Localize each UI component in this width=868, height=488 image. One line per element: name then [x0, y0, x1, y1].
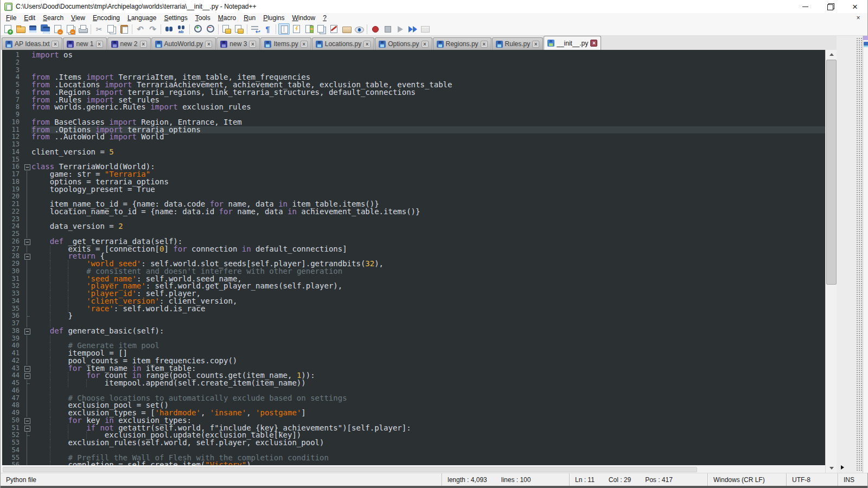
tab-options-py[interactable]: Options.py — [375, 37, 432, 50]
code-line-2[interactable]: 2 — [2, 59, 825, 67]
code-text[interactable]: 'race': self.world.is_race — [31, 305, 825, 313]
code-line-22[interactable]: 22 location_name_to_id = {name: data.id … — [2, 208, 825, 216]
menu-item-view[interactable]: View — [67, 14, 89, 22]
tab-close-icon[interactable] — [52, 41, 59, 48]
splitter-arrow-icon[interactable] — [841, 465, 844, 470]
tab-close-icon[interactable] — [532, 41, 539, 48]
code-line-38[interactable]: 38 def generate_basic(self): — [2, 328, 825, 335]
macro-run-multiple-icon[interactable] — [407, 23, 418, 35]
code-line-35[interactable]: 35 'race': self.world.is_race — [2, 305, 825, 313]
macro-save-icon[interactable] — [419, 23, 431, 35]
menu-item-edit[interactable]: Edit — [20, 14, 39, 22]
tab-init-py[interactable]: __init__.py — [544, 36, 601, 50]
tab-close-icon[interactable] — [422, 41, 429, 48]
function-list-icon[interactable] — [291, 23, 302, 35]
menu-item-window[interactable]: Window — [289, 14, 320, 22]
code-line-19[interactable]: 19 topology_present = True — [2, 186, 825, 194]
scroll-down-icon[interactable] — [826, 464, 837, 473]
close-icon[interactable] — [52, 23, 63, 35]
open-icon[interactable] — [15, 23, 26, 35]
menu-item-tools[interactable]: Tools — [192, 14, 214, 22]
menu-item-search[interactable]: Search — [39, 14, 67, 22]
code-line-24[interactable]: 24 data_version = 2 — [2, 223, 825, 230]
menu-item-?[interactable]: ? — [319, 14, 330, 22]
code-text[interactable]: # Generate item pool — [31, 342, 825, 350]
menu-item-run[interactable]: Run — [240, 14, 259, 22]
fold-collapse-icon[interactable] — [23, 425, 31, 432]
replace-icon[interactable] — [176, 23, 187, 35]
paste-icon[interactable] — [118, 23, 130, 35]
document-map-icon[interactable] — [303, 23, 315, 35]
horizontal-scrollbar-thumb[interactable] — [3, 467, 697, 472]
fold-collapse-icon[interactable] — [23, 417, 31, 425]
code-text[interactable]: class TerrariaWorld(World): — [31, 163, 825, 171]
code-editor[interactable]: 1import os234from .Items import Terraria… — [2, 50, 825, 465]
menu-item-plugins[interactable]: Plugins — [259, 14, 288, 22]
tab-locations-py[interactable]: Locations.py — [312, 37, 374, 50]
macro-play-icon[interactable] — [394, 23, 406, 35]
code-text[interactable]: def generate_basic(self): — [31, 328, 825, 335]
menu-item-macro[interactable]: Macro — [214, 14, 240, 22]
menu-item-language[interactable]: Language — [124, 14, 160, 22]
code-text[interactable]: } — [31, 312, 825, 320]
find-icon[interactable] — [163, 23, 175, 35]
panel-splitter-grip[interactable] — [856, 37, 863, 471]
menu-item-settings[interactable]: Settings — [160, 14, 191, 22]
monitoring-icon[interactable] — [353, 23, 365, 35]
zoom-out-icon[interactable] — [205, 23, 216, 35]
code-line-36[interactable]: 36 } — [2, 312, 825, 320]
macro-record-icon[interactable] — [369, 23, 381, 35]
title-bar[interactable]: C:\Users\Dood\Documents\tmp\Archipelago\… — [1, 0, 867, 13]
menu-item-encoding[interactable]: Encoding — [89, 14, 124, 22]
vertical-scrollbar-thumb[interactable] — [826, 60, 837, 285]
print-icon[interactable] — [77, 23, 88, 35]
tab-close-icon[interactable] — [301, 41, 308, 48]
tab-close-icon[interactable] — [590, 40, 597, 47]
close-document-icon[interactable]: × — [854, 14, 862, 22]
close-button[interactable] — [843, 0, 867, 13]
folder-as-workspace-icon[interactable] — [341, 23, 352, 35]
tab-new-1[interactable]: new 1 — [63, 37, 106, 50]
horizontal-scrollbar[interactable] — [2, 465, 825, 473]
code-line-56[interactable]: 56 completion = self.create_item("Victor… — [2, 461, 825, 465]
tab-close-icon[interactable] — [249, 41, 256, 48]
save-icon[interactable] — [27, 23, 39, 35]
undo-icon[interactable] — [135, 23, 146, 35]
code-line-14[interactable]: 14client_version = 5 — [2, 149, 825, 156]
status-eol[interactable]: Windows (CR LF) — [707, 473, 786, 486]
document-list-icon[interactable] — [316, 23, 327, 35]
code-text[interactable]: from worlds.generic.Rules import exclusi… — [31, 104, 825, 111]
tab-new-3[interactable]: new 3 — [216, 37, 260, 50]
tab-items-py[interactable]: Items.py — [260, 37, 311, 50]
redo-icon[interactable] — [147, 23, 158, 35]
menu-item-file[interactable]: File — [2, 14, 20, 22]
code-line-27[interactable]: 27 exits = [connection[0] for connection… — [2, 246, 825, 253]
code-line-13[interactable]: 13 — [2, 141, 825, 149]
code-text[interactable]: itempool.append(self.create_item(item_na… — [31, 380, 825, 387]
sync-horizontal-icon[interactable] — [233, 23, 245, 35]
fold-collapse-icon[interactable] — [23, 163, 31, 171]
tab-regions-py[interactable]: Regions.py — [433, 37, 492, 50]
code-text[interactable]: location_name_to_id = {name: data.id for… — [31, 208, 825, 216]
cut-icon[interactable] — [93, 23, 105, 35]
indent-guide-icon[interactable] — [278, 23, 290, 35]
code-line-23[interactable]: 23 — [2, 216, 825, 223]
close-all-icon[interactable] — [65, 23, 76, 35]
code-text[interactable]: topology_present = True — [31, 186, 825, 194]
tab-new-2[interactable]: new 2 — [107, 37, 151, 50]
code-text[interactable]: import os — [31, 52, 825, 59]
status-ins-mode[interactable]: INS — [838, 473, 867, 486]
maximize-button[interactable] — [818, 0, 843, 13]
save-all-icon[interactable] — [40, 23, 51, 35]
docked-panel-sliver[interactable] — [863, 36, 868, 473]
new-file-icon[interactable] — [2, 23, 14, 35]
code-text[interactable] — [31, 59, 825, 67]
tab-close-icon[interactable] — [481, 41, 488, 48]
code-text[interactable]: exclusion_rules(self.world, self.player,… — [31, 439, 825, 447]
zoom-in-icon[interactable] — [192, 23, 203, 35]
code-line-53[interactable]: 53 exclusion_rules(self.world, self.play… — [2, 439, 825, 447]
copy-icon[interactable] — [106, 23, 117, 35]
code-text[interactable]: from ..AutoWorld import World — [31, 133, 825, 141]
code-text[interactable] — [31, 141, 825, 149]
show-all-characters-icon[interactable] — [262, 23, 273, 35]
